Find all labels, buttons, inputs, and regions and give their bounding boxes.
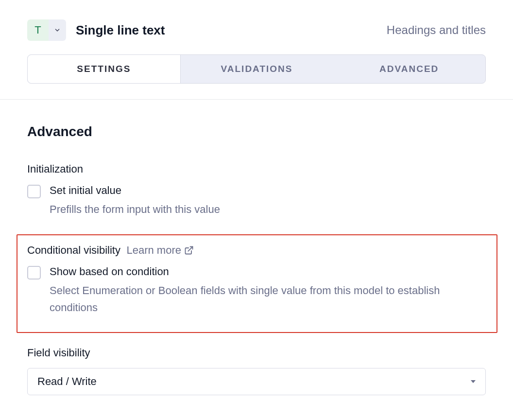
tab-bar: SETTINGS VALIDATIONS ADVANCED [27,54,486,84]
conditional-visibility-section: Conditional visibility Learn more Show b… [17,234,497,332]
show-based-on-condition-checkbox[interactable] [27,266,41,280]
set-initial-value-checkbox[interactable] [27,185,41,198]
svg-line-0 [188,247,192,251]
section-title: Advanced [27,124,486,140]
show-based-on-condition-desc: Select Enumeration or Boolean fields wit… [50,282,487,316]
text-field-type-icon: T [27,19,49,41]
tab-validations[interactable]: VALIDATIONS [181,55,333,83]
triangle-down-icon [471,380,476,383]
external-link-icon [184,245,194,255]
tab-settings[interactable]: SETTINGS [28,55,181,83]
initialization-label: Initialization [27,163,486,175]
learn-more-text: Learn more [126,244,181,257]
field-type-title: Single line text [76,23,165,38]
field-visibility-value: Read / Write [37,375,97,388]
context-label: Headings and titles [387,23,486,37]
chevron-down-icon [49,19,66,41]
set-initial-value-desc: Prefills the form input with this value [50,201,486,218]
show-based-on-condition-label: Show based on condition [50,265,487,278]
field-visibility-select[interactable]: Read / Write [27,368,486,395]
field-visibility-label: Field visibility [27,347,486,359]
learn-more-link[interactable]: Learn more [126,244,194,257]
field-type-selector[interactable]: T [27,19,66,41]
conditional-visibility-label: Conditional visibility [27,244,120,256]
tab-advanced[interactable]: ADVANCED [333,55,485,83]
set-initial-value-label: Set initial value [50,184,486,197]
